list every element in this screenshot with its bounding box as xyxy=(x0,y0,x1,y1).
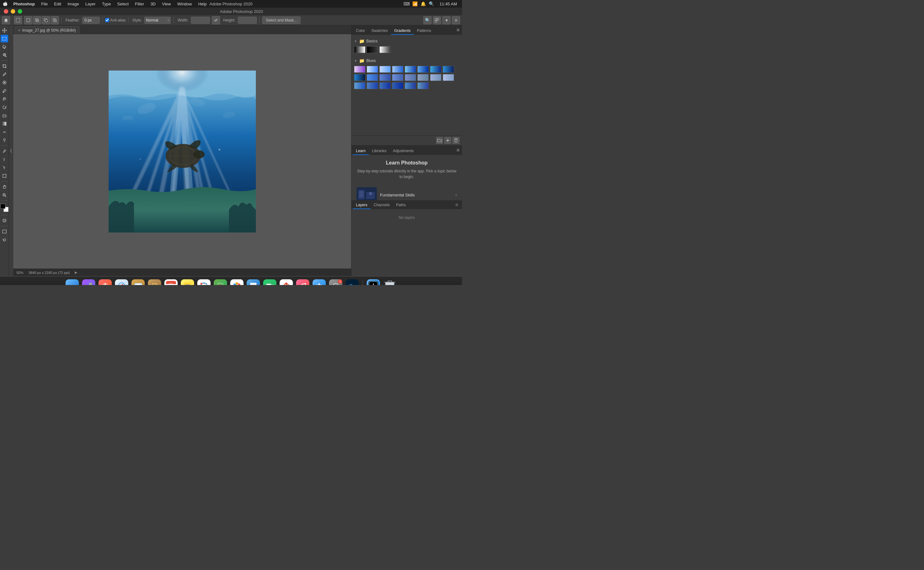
panel-options-btn[interactable]: ≡ xyxy=(455,26,461,34)
dodge-tool[interactable] xyxy=(1,136,8,144)
gradient-swatch[interactable] xyxy=(379,66,391,73)
gradient-swatch[interactable] xyxy=(367,46,378,53)
gradient-swatch[interactable] xyxy=(392,82,403,89)
dock-music[interactable] xyxy=(295,279,310,285)
learn-options-btn[interactable]: ≡ xyxy=(455,146,461,154)
menu-filter[interactable]: Filter xyxy=(132,1,147,7)
tab-layers[interactable]: Layers xyxy=(353,201,371,209)
menu-layer[interactable]: Layer xyxy=(83,1,98,7)
tab-swatches[interactable]: Swatches xyxy=(368,27,391,35)
gradient-swatch[interactable] xyxy=(379,46,391,53)
gradient-swatch[interactable] xyxy=(354,66,366,73)
close-button[interactable] xyxy=(4,9,8,14)
notification-icon[interactable]: 🔔 xyxy=(421,1,426,6)
help-icon-btn[interactable]: ≡ xyxy=(452,16,460,25)
tab-learn[interactable]: Learn xyxy=(353,147,369,155)
wifi-icon[interactable]: 📶 xyxy=(412,1,417,6)
tab-gradients[interactable]: Gradients xyxy=(391,27,414,35)
pen-tool[interactable] xyxy=(1,147,8,155)
gradient-swatch[interactable] xyxy=(405,66,416,73)
menu-select[interactable]: Select xyxy=(115,1,131,7)
gradient-swatch[interactable] xyxy=(417,74,429,81)
brush-tool[interactable] xyxy=(1,87,8,95)
tab-channels[interactable]: Channels xyxy=(371,201,393,209)
blur-tool[interactable] xyxy=(1,128,8,136)
hand-tool[interactable] xyxy=(1,183,8,191)
menu-edit[interactable]: Edit xyxy=(52,1,64,7)
tab-libraries[interactable]: Libraries xyxy=(369,147,390,155)
arrange-windows-btn[interactable] xyxy=(433,16,441,25)
color-swatches[interactable] xyxy=(0,204,9,212)
canvas-tab[interactable]: × Image_27.jpg @ 50% (RGB/8#) xyxy=(15,26,80,34)
apple-menu[interactable] xyxy=(3,1,8,7)
dock-reminders[interactable] xyxy=(197,279,211,285)
create-gradient-btn[interactable] xyxy=(444,137,451,144)
dock-photos[interactable] xyxy=(229,279,244,285)
gradient-swatch[interactable] xyxy=(417,66,429,73)
add-selection-btn[interactable] xyxy=(33,16,41,25)
create-folder-btn[interactable] xyxy=(436,137,443,144)
gradient-swatch[interactable] xyxy=(392,74,403,81)
eyedropper-tool[interactable] xyxy=(1,70,8,78)
select-and-mask-btn[interactable]: Select and Mask... xyxy=(262,17,300,24)
workspace-btn[interactable]: ▾ xyxy=(442,16,450,25)
dock-trash[interactable] xyxy=(383,279,397,285)
style-select[interactable]: Normal Fixed Ratio Fixed Size xyxy=(145,17,171,24)
dock-safari[interactable] xyxy=(114,279,129,285)
history-brush-tool[interactable] xyxy=(1,103,8,111)
screen-mode-btn[interactable] xyxy=(1,228,8,235)
gradient-swatch[interactable] xyxy=(379,74,391,81)
airplay-icon[interactable]: ⌨ xyxy=(404,1,409,6)
dock-mail[interactable]: ✉️ xyxy=(131,279,145,285)
antialias-checkbox[interactable] xyxy=(105,18,109,22)
app-name-menu[interactable]: Photoshop xyxy=(11,1,37,7)
gradient-swatch[interactable] xyxy=(443,74,454,81)
quick-mask-btn[interactable] xyxy=(1,217,8,224)
dock-stickies[interactable] xyxy=(180,279,195,285)
canvas-tab-close[interactable]: × xyxy=(18,28,20,32)
dock-siri[interactable]: 🎤 xyxy=(81,279,96,285)
search-panel-btn[interactable]: 🔍 xyxy=(423,16,432,25)
dock-calendar[interactable]: 4NOV xyxy=(164,279,178,285)
gradient-swatch[interactable] xyxy=(405,82,416,89)
dock-appstore[interactable] xyxy=(312,279,326,285)
canvas-wrapper[interactable] xyxy=(13,34,351,268)
menu-window[interactable]: Window xyxy=(175,1,194,7)
intersect-selection-btn[interactable] xyxy=(51,16,59,25)
gradient-swatch[interactable] xyxy=(430,74,441,81)
gradient-swatch[interactable] xyxy=(379,82,391,89)
dock-finder[interactable] xyxy=(65,279,80,285)
gradient-swatch[interactable] xyxy=(392,66,403,73)
maximize-button[interactable] xyxy=(18,9,22,14)
dock-notes[interactable] xyxy=(147,279,162,285)
basics-group-header[interactable]: ▼ 📁 Basics xyxy=(354,37,460,45)
gradient-swatch[interactable] xyxy=(417,82,429,89)
dock-news[interactable]: N xyxy=(279,279,294,285)
menu-view[interactable]: View xyxy=(160,1,174,7)
delete-gradient-btn[interactable] xyxy=(452,137,460,144)
bottom-panel-options[interactable]: ≡ xyxy=(453,201,461,209)
search-icon[interactable]: 🔍 xyxy=(429,1,434,6)
gradient-swatch[interactable] xyxy=(367,74,378,81)
dock-photoshop[interactable]: Ps xyxy=(345,279,360,285)
quick-select-tool[interactable] xyxy=(1,51,8,59)
blues-group-header[interactable]: ▼ 📁 Blues xyxy=(354,57,460,64)
zoom-tool[interactable] xyxy=(1,192,8,199)
menu-image[interactable]: Image xyxy=(65,1,81,7)
tab-adjustments[interactable]: Adjustments xyxy=(390,147,417,155)
learn-item-fundamental[interactable]: Fundamental Skills › xyxy=(354,185,460,200)
dock-messages[interactable] xyxy=(246,279,261,285)
lasso-tool[interactable] xyxy=(1,43,8,51)
height-input[interactable] xyxy=(238,17,257,24)
crop-tool[interactable] xyxy=(1,62,8,70)
home-btn[interactable] xyxy=(2,16,10,25)
dock-facetime[interactable] xyxy=(263,279,277,285)
width-input[interactable] xyxy=(191,17,210,24)
dock-maps[interactable] xyxy=(213,279,228,285)
path-select-tool[interactable] xyxy=(1,164,8,172)
rotate-canvas-btn[interactable] xyxy=(1,236,8,244)
shape-tool[interactable] xyxy=(1,172,8,180)
gradient-swatch[interactable] xyxy=(354,74,366,81)
menu-file[interactable]: File xyxy=(38,1,50,7)
marquee-rect-btn[interactable] xyxy=(14,16,22,25)
